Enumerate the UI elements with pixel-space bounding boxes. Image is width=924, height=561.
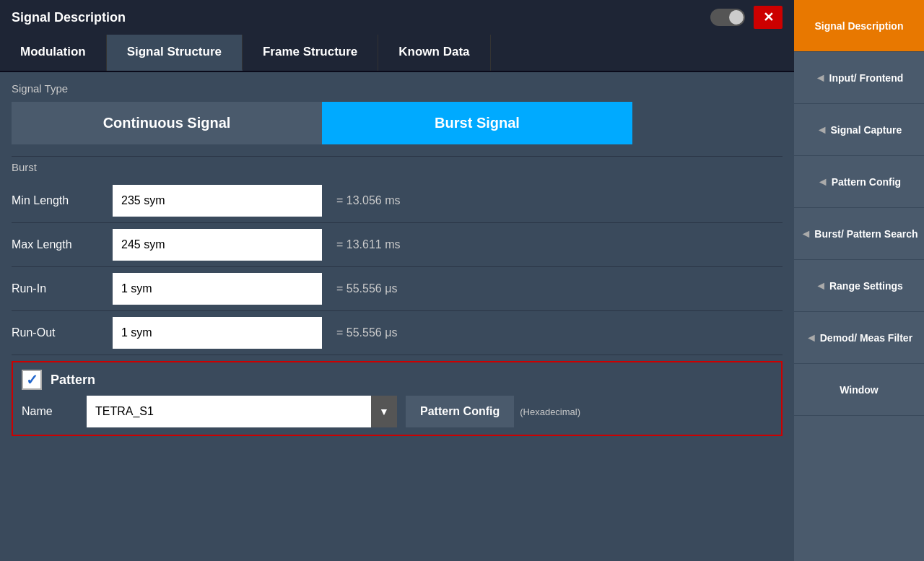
- run-out-label: Run-Out: [12, 326, 113, 339]
- range-settings-label: Range Settings: [829, 280, 903, 292]
- max-length-row: Max Length = 13.611 ms: [12, 223, 783, 267]
- sidebar-item-window[interactable]: Window: [794, 364, 924, 416]
- arrow-icon-signal-capture: ◄: [816, 123, 828, 136]
- name-select-container: ▼: [87, 396, 397, 427]
- sidebar-item-signal-description[interactable]: Signal Description: [794, 0, 924, 52]
- checkbox-check-icon: ✓: [26, 371, 38, 388]
- title-bar: Signal Description ✕: [0, 0, 794, 35]
- run-in-input[interactable]: [113, 273, 322, 305]
- arrow-icon-burst-pattern-search: ◄: [800, 227, 811, 240]
- name-dropdown-button[interactable]: ▼: [371, 396, 397, 427]
- tab-frame-structure[interactable]: Frame Structure: [243, 35, 378, 71]
- min-length-input[interactable]: [113, 185, 322, 217]
- run-out-input[interactable]: [113, 317, 322, 349]
- tab-known-data[interactable]: Known Data: [378, 35, 490, 71]
- run-out-computed: = 55.556 μs: [336, 326, 397, 339]
- pattern-header: ✓ Pattern: [22, 370, 772, 390]
- burst-signal-button[interactable]: Burst Signal: [322, 102, 632, 144]
- min-length-label: Min Length: [12, 194, 113, 207]
- arrow-icon-range-settings: ◄: [815, 279, 827, 292]
- min-length-row: Min Length = 13.056 ms: [12, 179, 783, 223]
- max-length-label: Max Length: [12, 238, 113, 251]
- run-out-row: Run-Out = 55.556 μs: [12, 311, 783, 355]
- max-length-input[interactable]: [113, 229, 322, 261]
- signal-capture-label: Signal Capture: [831, 124, 902, 136]
- name-label: Name: [22, 405, 87, 418]
- arrow-icon-pattern-config: ◄: [817, 175, 829, 188]
- sidebar-item-signal-capture[interactable]: ◄ Signal Capture: [794, 104, 924, 156]
- pattern-checkbox-container: ✓: [22, 370, 42, 390]
- form-rows: Min Length = 13.056 ms Max Length = 13.6…: [0, 179, 794, 355]
- demod-meas-filter-label: Demod/ Meas Filter: [820, 332, 912, 344]
- close-button[interactable]: ✕: [754, 6, 783, 29]
- burst-label: Burst: [12, 156, 783, 176]
- name-input[interactable]: [87, 396, 371, 427]
- continuous-signal-button[interactable]: Continuous Signal: [12, 102, 322, 144]
- min-length-computed: = 13.056 ms: [336, 194, 401, 207]
- tab-signal-structure[interactable]: Signal Structure: [107, 35, 243, 71]
- toggle-switch[interactable]: [710, 9, 745, 26]
- burst-pattern-search-label: Burst/ Pattern Search: [814, 228, 918, 240]
- name-row: Name ▼ Pattern Config (Hexadecimal): [22, 396, 772, 427]
- sidebar-item-input-frontend[interactable]: ◄ Input/ Frontend: [794, 52, 924, 104]
- sidebar-item-pattern-config[interactable]: ◄ Pattern Config: [794, 156, 924, 208]
- pattern-checkbox[interactable]: ✓: [22, 370, 42, 390]
- burst-section: Burst: [0, 153, 794, 179]
- hex-label: (Hexadecimal): [520, 406, 580, 417]
- right-sidebar: Signal Description ◄ Input/ Frontend ◄ S…: [794, 0, 924, 561]
- run-in-computed: = 55.556 μs: [336, 282, 397, 295]
- pattern-label: Pattern: [51, 373, 95, 388]
- run-in-label: Run-In: [12, 282, 113, 295]
- pattern-config-button[interactable]: Pattern Config: [406, 396, 514, 427]
- arrow-icon-demod-meas-filter: ◄: [806, 331, 817, 344]
- arrow-icon-input-frontend: ◄: [815, 71, 827, 84]
- title-controls: ✕: [710, 6, 783, 29]
- window-label: Window: [840, 384, 879, 396]
- input-frontend-label: Input/ Frontend: [829, 72, 904, 84]
- signal-type-section: Signal Type Continuous Signal Burst Sign…: [0, 72, 794, 153]
- run-in-row: Run-In = 55.556 μs: [12, 267, 783, 311]
- sidebar-item-burst-pattern-search[interactable]: ◄ Burst/ Pattern Search: [794, 208, 924, 260]
- content-area: Signal Type Continuous Signal Burst Sign…: [0, 72, 794, 561]
- dialog-title: Signal Description: [12, 10, 126, 25]
- pattern-config-label: Pattern Config: [832, 176, 901, 188]
- sidebar-item-demod-meas-filter[interactable]: ◄ Demod/ Meas Filter: [794, 312, 924, 364]
- max-length-computed: = 13.611 ms: [336, 238, 401, 251]
- tab-bar: Modulation Signal Structure Frame Struct…: [0, 35, 794, 72]
- tab-modulation[interactable]: Modulation: [0, 35, 107, 71]
- signal-type-buttons: Continuous Signal Burst Signal: [12, 102, 632, 144]
- sidebar-item-range-settings[interactable]: ◄ Range Settings: [794, 260, 924, 312]
- signal-type-label: Signal Type: [12, 78, 783, 99]
- signal-description-label: Signal Description: [815, 20, 904, 32]
- chevron-down-icon: ▼: [379, 406, 389, 417]
- pattern-section: ✓ Pattern Name ▼ Pattern Config (Hexadec…: [12, 361, 783, 436]
